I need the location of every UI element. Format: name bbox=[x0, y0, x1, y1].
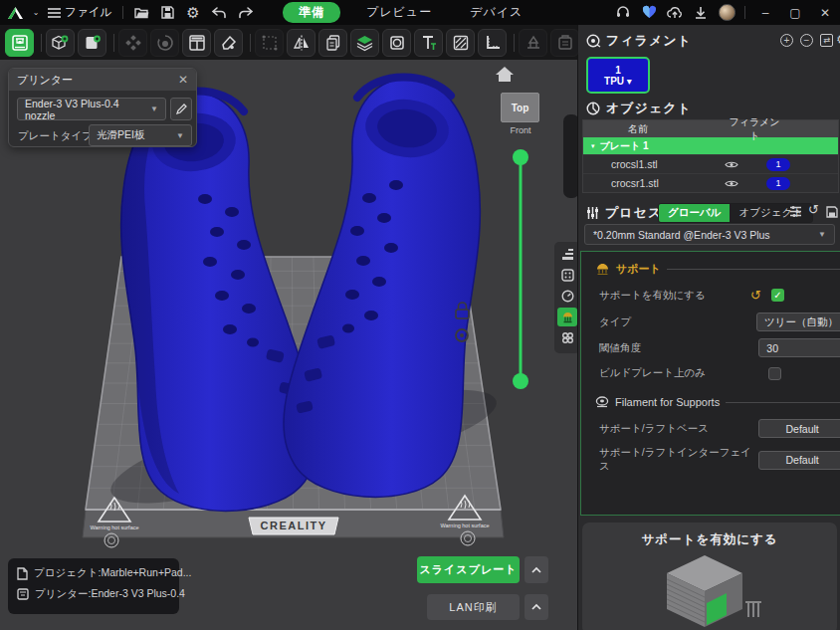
chevron-up-icon bbox=[531, 567, 541, 573]
minimize-icon[interactable]: – bbox=[750, 0, 780, 25]
object-table: 名前 フィラメント ▾ プレート 1 crocsl1.stl 1 crocsr1… bbox=[582, 119, 839, 193]
download-icon[interactable] bbox=[688, 2, 714, 23]
arrange-button[interactable] bbox=[118, 29, 147, 57]
support-type-dropdown[interactable]: ツリー（自動） bbox=[756, 313, 840, 331]
save-icon[interactable] bbox=[154, 2, 180, 23]
slice-plate-button[interactable]: スライスプレート bbox=[417, 556, 520, 583]
hatch-fill-button[interactable] bbox=[446, 29, 475, 57]
add-model-button[interactable] bbox=[46, 29, 75, 57]
enable-supports-checkbox[interactable]: ✓ bbox=[771, 289, 784, 302]
undo-icon[interactable] bbox=[206, 2, 232, 23]
plate-type-dropdown[interactable]: 光滑PEI板 ▼ bbox=[89, 124, 192, 146]
seam-dots-tool-icon[interactable] bbox=[557, 266, 577, 285]
seam-painting-button[interactable] bbox=[214, 29, 243, 57]
speed-gauge-tool-icon[interactable] bbox=[557, 287, 577, 306]
file-menu[interactable]: ファイル bbox=[42, 5, 117, 20]
buildplate-only-label: ビルドプレート上のみ bbox=[599, 366, 768, 380]
hamburger-icon bbox=[48, 8, 61, 18]
printer-panel-title: プリンター bbox=[17, 73, 73, 88]
split-layout-button[interactable] bbox=[182, 29, 211, 57]
support-headset-icon[interactable] bbox=[610, 2, 636, 23]
process-reset-icon[interactable]: ↺ bbox=[808, 202, 819, 217]
filament-slot-1[interactable]: 1 TPU ▾ bbox=[586, 57, 650, 94]
auto-orient-button[interactable] bbox=[150, 29, 179, 57]
process-save-icon[interactable] bbox=[826, 204, 838, 222]
project-name-text: プロジェクト:Marble+Run+Pad... bbox=[34, 566, 191, 580]
redo-icon[interactable] bbox=[232, 2, 258, 23]
mirror-button[interactable] bbox=[287, 29, 315, 57]
user-avatar[interactable] bbox=[714, 2, 739, 23]
trash-support-icon bbox=[745, 602, 761, 617]
support-cube-illustration bbox=[645, 551, 774, 629]
chevron-up-icon bbox=[531, 604, 541, 610]
threshold-angle-input[interactable]: 30 bbox=[758, 338, 840, 357]
tab-prepare[interactable]: 準備 bbox=[283, 2, 340, 23]
file-menu-label: ファイル bbox=[65, 5, 111, 20]
plate-row[interactable]: ▾ プレート 1 bbox=[583, 137, 838, 154]
divider bbox=[744, 6, 745, 19]
viewcube-front-label[interactable]: Front bbox=[498, 125, 543, 135]
transform-button[interactable] bbox=[255, 29, 284, 57]
printer-model-dropdown[interactable]: Ender-3 V3 Plus-0.4 nozzle ▼ bbox=[17, 98, 166, 120]
close-icon[interactable]: ✕ bbox=[810, 0, 840, 25]
membership-heart-icon[interactable] bbox=[636, 2, 662, 23]
sync-filament-icon[interactable]: ⇄ bbox=[820, 34, 833, 47]
filament-badge[interactable]: 1 bbox=[766, 158, 790, 171]
add-plate-button[interactable] bbox=[78, 29, 106, 57]
object-row-crocsl1[interactable]: crocsl1.stl 1 bbox=[583, 154, 838, 173]
viewcube-top-face[interactable]: Top bbox=[501, 93, 539, 122]
cloud-upload-icon[interactable] bbox=[662, 2, 688, 23]
divider bbox=[122, 6, 123, 19]
add-filament-icon[interactable]: + bbox=[780, 34, 793, 47]
object-section-header: オブジェクト bbox=[586, 100, 692, 117]
filament-badge[interactable]: 1 bbox=[766, 177, 790, 190]
eye-icon[interactable] bbox=[725, 179, 738, 188]
filament-supports-section: Filament for Supports bbox=[595, 396, 840, 408]
lan-print-options-button[interactable] bbox=[525, 594, 548, 620]
remove-filament-icon[interactable]: − bbox=[800, 34, 813, 47]
home-icon[interactable] bbox=[496, 67, 514, 82]
object-row-crocsr1[interactable]: crocsr1.stl 1 bbox=[583, 173, 838, 192]
support-settings-box: サポート サポートを有効にする ↺ ✓ タイプ ツリー（自動） 閾値角度 30 bbox=[580, 251, 840, 516]
printer-select-button[interactable] bbox=[5, 29, 34, 57]
tab-device[interactable]: デバイス bbox=[458, 2, 534, 23]
support-base-dropdown[interactable]: Default bbox=[758, 419, 840, 438]
lan-print-button[interactable]: LAN印刷 bbox=[427, 594, 520, 620]
object-target-icon bbox=[586, 102, 600, 115]
app-logo[interactable] bbox=[0, 2, 30, 23]
filament-settings-gear-icon[interactable]: ⚙ bbox=[836, 32, 840, 47]
slice-options-button[interactable] bbox=[525, 556, 548, 583]
measure-button[interactable] bbox=[478, 29, 507, 57]
slider-handle-top bbox=[513, 149, 528, 165]
support-tool-icon[interactable] bbox=[557, 308, 577, 326]
clone-button[interactable] bbox=[318, 29, 347, 57]
support-interface-dropdown[interactable]: Default bbox=[758, 451, 840, 470]
plate-type-label: プレートタイプ: bbox=[18, 129, 96, 143]
text-tool-button[interactable] bbox=[414, 29, 443, 57]
process-list-icon[interactable] bbox=[789, 204, 802, 222]
tab-global[interactable]: グローバル bbox=[659, 204, 730, 222]
object-table-header: 名前 フィラメント bbox=[583, 120, 838, 137]
boolean-button[interactable] bbox=[382, 29, 411, 57]
settings-gear-icon[interactable]: ⚙ bbox=[180, 2, 206, 23]
chevron-down-icon: ▼ bbox=[176, 131, 184, 140]
logo-chevron-icon[interactable]: ⌄ bbox=[30, 2, 42, 23]
slider-handle-bottom bbox=[513, 373, 528, 389]
flow-calibration-button[interactable] bbox=[550, 29, 579, 57]
tab-preview[interactable]: プレビュー bbox=[354, 2, 444, 23]
preset-dropdown[interactable]: *0.20mm Standard @Ender-3 V3 Plus ▼ bbox=[584, 224, 835, 245]
right-panel: フィラメント + − ⇄ ⚙ 1 TPU ▾ オブジェクト 名前 フィラメント … bbox=[577, 25, 840, 630]
clipping-slider[interactable] bbox=[513, 149, 528, 389]
reset-support-icon[interactable]: ↺ bbox=[750, 288, 761, 303]
layer-height-tool-icon[interactable] bbox=[557, 245, 577, 264]
maximize-icon[interactable]: ▢ bbox=[780, 0, 810, 25]
printer-edit-button[interactable] bbox=[170, 98, 192, 120]
mode-tabs: 準備 プレビュー デバイス bbox=[283, 0, 534, 25]
more-tools-icon[interactable] bbox=[557, 328, 577, 347]
eye-icon[interactable] bbox=[725, 160, 738, 169]
support-paint-button[interactable] bbox=[519, 29, 547, 57]
layers-button[interactable] bbox=[350, 29, 379, 57]
printer-panel-close-icon[interactable]: ✕ bbox=[178, 73, 188, 87]
open-folder-icon[interactable] bbox=[128, 2, 154, 23]
buildplate-only-checkbox[interactable] bbox=[768, 367, 781, 380]
